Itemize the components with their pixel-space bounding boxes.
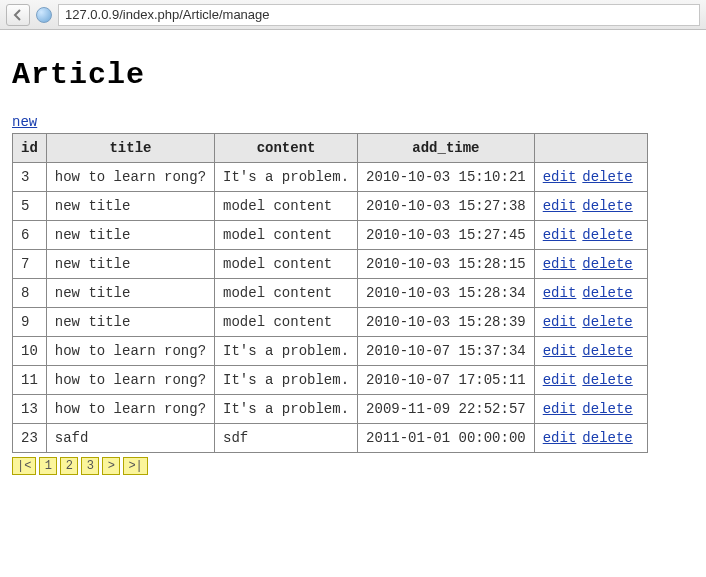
cell-content: sdf xyxy=(215,424,358,453)
cell-title: how to learn rong? xyxy=(46,366,214,395)
pager-last[interactable]: >| xyxy=(123,457,147,475)
cell-content: model content xyxy=(215,279,358,308)
cell-id: 6 xyxy=(13,221,47,250)
cell-add_time: 2010-10-03 15:28:39 xyxy=(358,308,535,337)
cell-add_time: 2011-01-01 00:00:00 xyxy=(358,424,535,453)
col-actions xyxy=(534,134,647,163)
cell-content: model content xyxy=(215,221,358,250)
edit-link[interactable]: edit xyxy=(543,314,577,330)
edit-link[interactable]: edit xyxy=(543,372,577,388)
page-title: Article xyxy=(12,58,694,92)
cell-title: new title xyxy=(46,279,214,308)
cell-title: new title xyxy=(46,308,214,337)
cell-add_time: 2010-10-03 15:27:38 xyxy=(358,192,535,221)
cell-content: It's a problem. xyxy=(215,163,358,192)
cell-id: 7 xyxy=(13,250,47,279)
delete-link[interactable]: delete xyxy=(582,198,632,214)
cell-actions: editdelete xyxy=(534,308,647,337)
delete-link[interactable]: delete xyxy=(582,169,632,185)
delete-link[interactable]: delete xyxy=(582,343,632,359)
cell-content: model content xyxy=(215,308,358,337)
cell-actions: editdelete xyxy=(534,337,647,366)
table-row: 7new titlemodel content2010-10-03 15:28:… xyxy=(13,250,648,279)
delete-link[interactable]: delete xyxy=(582,430,632,446)
table-row: 23safdsdf2011-01-01 00:00:00editdelete xyxy=(13,424,648,453)
back-button[interactable] xyxy=(6,4,30,26)
pager: |< 123 > >| xyxy=(12,457,694,475)
table-row: 13how to learn rong?It's a problem.2009-… xyxy=(13,395,648,424)
cell-title: safd xyxy=(46,424,214,453)
delete-link[interactable]: delete xyxy=(582,401,632,417)
col-title: title xyxy=(46,134,214,163)
table-row: 11how to learn rong?It's a problem.2010-… xyxy=(13,366,648,395)
pager-page[interactable]: 1 xyxy=(39,457,57,475)
table-row: 6new titlemodel content2010-10-03 15:27:… xyxy=(13,221,648,250)
pager-first[interactable]: |< xyxy=(12,457,36,475)
cell-id: 8 xyxy=(13,279,47,308)
pager-page[interactable]: 3 xyxy=(81,457,99,475)
pager-page[interactable]: 2 xyxy=(60,457,78,475)
cell-content: It's a problem. xyxy=(215,366,358,395)
delete-link[interactable]: delete xyxy=(582,314,632,330)
col-content: content xyxy=(215,134,358,163)
edit-link[interactable]: edit xyxy=(543,343,577,359)
table-row: 9new titlemodel content2010-10-03 15:28:… xyxy=(13,308,648,337)
cell-content: model content xyxy=(215,192,358,221)
cell-title: new title xyxy=(46,221,214,250)
table-row: 3how to learn rong?It's a problem.2010-1… xyxy=(13,163,648,192)
delete-link[interactable]: delete xyxy=(582,227,632,243)
cell-id: 11 xyxy=(13,366,47,395)
cell-content: It's a problem. xyxy=(215,337,358,366)
edit-link[interactable]: edit xyxy=(543,285,577,301)
edit-link[interactable]: edit xyxy=(543,401,577,417)
cell-actions: editdelete xyxy=(534,221,647,250)
delete-link[interactable]: delete xyxy=(582,285,632,301)
edit-link[interactable]: edit xyxy=(543,198,577,214)
cell-actions: editdelete xyxy=(534,279,647,308)
delete-link[interactable]: delete xyxy=(582,372,632,388)
pager-next[interactable]: > xyxy=(102,457,120,475)
page-content: Article new id title content add_time 3h… xyxy=(0,30,706,485)
cell-add_time: 2010-10-03 15:10:21 xyxy=(358,163,535,192)
edit-link[interactable]: edit xyxy=(543,169,577,185)
cell-add_time: 2010-10-03 15:27:45 xyxy=(358,221,535,250)
cell-add_time: 2010-10-03 15:28:15 xyxy=(358,250,535,279)
edit-link[interactable]: edit xyxy=(543,256,577,272)
table-row: 5new titlemodel content2010-10-03 15:27:… xyxy=(13,192,648,221)
cell-actions: editdelete xyxy=(534,366,647,395)
table-row: 10how to learn rong?It's a problem.2010-… xyxy=(13,337,648,366)
url-text: 127.0.0.9/index.php/Article/manage xyxy=(65,7,270,22)
cell-add_time: 2009-11-09 22:52:57 xyxy=(358,395,535,424)
cell-id: 3 xyxy=(13,163,47,192)
cell-content: model content xyxy=(215,250,358,279)
table-row: 8new titlemodel content2010-10-03 15:28:… xyxy=(13,279,648,308)
edit-link[interactable]: edit xyxy=(543,227,577,243)
browser-toolbar: 127.0.0.9/index.php/Article/manage xyxy=(0,0,706,30)
article-table: id title content add_time 3how to learn … xyxy=(12,133,648,453)
cell-title: how to learn rong? xyxy=(46,337,214,366)
url-bar[interactable]: 127.0.0.9/index.php/Article/manage xyxy=(58,4,700,26)
cell-title: new title xyxy=(46,250,214,279)
edit-link[interactable]: edit xyxy=(543,430,577,446)
cell-add_time: 2010-10-07 15:37:34 xyxy=(358,337,535,366)
cell-id: 10 xyxy=(13,337,47,366)
cell-add_time: 2010-10-07 17:05:11 xyxy=(358,366,535,395)
cell-title: new title xyxy=(46,192,214,221)
cell-actions: editdelete xyxy=(534,424,647,453)
cell-title: how to learn rong? xyxy=(46,395,214,424)
delete-link[interactable]: delete xyxy=(582,256,632,272)
cell-actions: editdelete xyxy=(534,250,647,279)
table-header-row: id title content add_time xyxy=(13,134,648,163)
cell-id: 5 xyxy=(13,192,47,221)
globe-icon xyxy=(36,7,52,23)
col-id: id xyxy=(13,134,47,163)
cell-content: It's a problem. xyxy=(215,395,358,424)
cell-title: how to learn rong? xyxy=(46,163,214,192)
cell-add_time: 2010-10-03 15:28:34 xyxy=(358,279,535,308)
cell-actions: editdelete xyxy=(534,395,647,424)
cell-actions: editdelete xyxy=(534,163,647,192)
cell-id: 13 xyxy=(13,395,47,424)
cell-id: 9 xyxy=(13,308,47,337)
col-addtime: add_time xyxy=(358,134,535,163)
new-link[interactable]: new xyxy=(12,114,37,130)
